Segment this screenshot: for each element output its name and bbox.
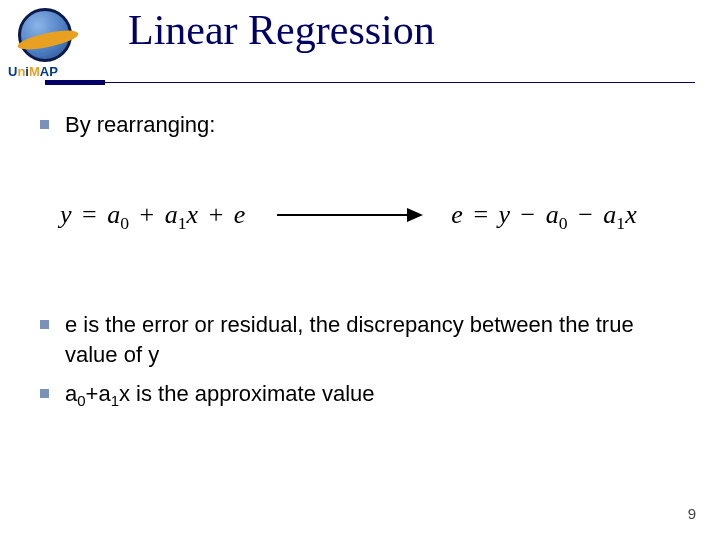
eq-var: a <box>546 200 559 229</box>
list-item: e is the error or residual, the discrepa… <box>40 310 690 369</box>
content-top: By rearranging: <box>40 110 690 150</box>
bullet-icon <box>40 320 49 329</box>
bullet-icon <box>40 389 49 398</box>
eq-op: = <box>469 200 492 229</box>
equation-right: e = y − a0 − a1x <box>451 200 636 230</box>
logo-letter: A <box>40 64 49 79</box>
eq-sub: 0 <box>120 213 129 233</box>
eq-var: e <box>234 200 246 229</box>
page-title: Linear Regression <box>128 6 435 54</box>
eq-op: = <box>78 200 101 229</box>
bullet-text: By rearranging: <box>65 110 215 140</box>
eq-var: a <box>107 200 120 229</box>
logo-letter: M <box>29 64 40 79</box>
logo-text: UniMAP <box>8 64 96 79</box>
eq-sub: 0 <box>559 213 568 233</box>
eq-var: a <box>165 200 178 229</box>
bullet-sub: 1 <box>111 393 119 410</box>
eq-var: e <box>451 200 463 229</box>
content-bottom: e is the error or residual, the discrepa… <box>40 310 690 419</box>
arrow-icon <box>277 208 423 222</box>
logo-band-icon <box>16 27 80 54</box>
eq-op: + <box>136 200 159 229</box>
bullet-part: +a <box>86 381 111 406</box>
logo-letter: U <box>8 64 17 79</box>
bullet-text: e is the error or residual, the discrepa… <box>65 310 690 369</box>
title-underline <box>45 80 685 86</box>
bullet-sub: 0 <box>77 393 85 410</box>
eq-sub: 1 <box>616 213 625 233</box>
bullet-text: a0+a1x is the approximate value <box>65 379 375 409</box>
bullet-part: a <box>65 381 77 406</box>
eq-sub: 1 <box>178 213 187 233</box>
bullet-part: x is the approximate value <box>119 381 375 406</box>
eq-var: y <box>60 200 72 229</box>
list-item: a0+a1x is the approximate value <box>40 379 690 409</box>
eq-op: − <box>517 200 540 229</box>
bullet-icon <box>40 120 49 129</box>
eq-var: a <box>603 200 616 229</box>
eq-op: − <box>574 200 597 229</box>
logo: UniMAP <box>8 8 96 86</box>
equation-left: y = a0 + a1x + e <box>60 200 245 230</box>
eq-var: x <box>187 200 199 229</box>
page-number: 9 <box>688 505 696 522</box>
list-item: By rearranging: <box>40 110 690 140</box>
logo-globe-icon <box>18 8 72 62</box>
equation-row: y = a0 + a1x + e e = y − a0 − a1x <box>40 200 690 230</box>
eq-var: y <box>499 200 511 229</box>
eq-var: x <box>625 200 637 229</box>
eq-op: + <box>205 200 228 229</box>
logo-letter: P <box>49 64 58 79</box>
